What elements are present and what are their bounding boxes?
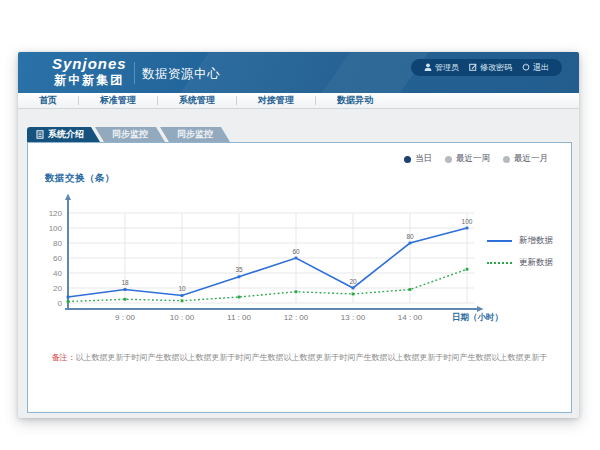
svg-text:60: 60 [292,248,300,255]
legend-item-1: 更新数据 [487,257,553,269]
svg-text:100: 100 [49,224,63,233]
main-nav: 首页标准管理系统管理对接管理数据异动 [18,93,579,109]
nav-item-2[interactable]: 系统管理 [158,93,236,108]
nav-item-4[interactable]: 数据异动 [316,93,394,108]
user-menu-item[interactable]: 管理员 [419,62,464,73]
footnote-text: 以上数据更新于时间产生数据以上数据更新于时间产生数据以上数据更新于时间产生数据以… [76,353,548,362]
legend-label: 更新数据 [519,257,553,269]
edit-icon [469,63,477,73]
svg-text:13 : 00: 13 : 00 [341,313,366,322]
app-header: Synjones 新中新集团 数据资源中心 管理员修改密码退出 [18,52,579,93]
footnote-prefix: 备注： [52,353,76,362]
tab-bar: 系统介绍同步监控同步监控 [27,127,230,142]
brand-logo-en: Synjones [52,56,127,72]
svg-text:0: 0 [58,299,63,308]
svg-text:40: 40 [53,269,62,278]
tab-1[interactable]: 同步监控 [95,127,165,142]
svg-text:80: 80 [53,239,62,248]
brand-logo: Synjones 新中新集团 [52,56,127,88]
chart-legend: 新增数据更新数据 [487,235,553,279]
chart-panel: 当日最近一周最近一月 数据交换（条） 0204060801001209 : 00… [27,142,572,413]
change-password-menu-item[interactable]: 修改密码 [464,62,517,73]
svg-text:60: 60 [53,254,62,263]
svg-text:35: 35 [235,266,243,273]
nav-item-0[interactable]: 首页 [18,93,78,108]
footnote: 备注：以上数据更新于时间产生数据以上数据更新于时间产生数据以上数据更新于时间产生… [28,352,571,363]
app-title: 数据资源中心 [142,66,220,83]
svg-text:80: 80 [406,233,414,240]
tab-2[interactable]: 同步监控 [160,127,230,142]
nav-item-1[interactable]: 标准管理 [79,93,157,108]
tab-label: 系统介绍 [48,128,84,141]
svg-text:9 : 00: 9 : 00 [115,313,136,322]
legend-line-sample [487,262,512,264]
logout-menu-item[interactable]: 退出 [517,62,554,73]
change-password-label: 修改密码 [480,62,512,73]
svg-text:日期（小时）: 日期（小时） [452,312,503,322]
svg-text:20: 20 [53,284,62,293]
svg-text:100: 100 [462,218,473,225]
legend-line-sample [487,240,512,242]
nav-item-3[interactable]: 对接管理 [237,93,315,108]
tab-label: 同步监控 [112,128,148,141]
svg-text:10 : 00: 10 : 00 [170,313,195,322]
brand-logo-cn: 新中新集团 [52,72,127,88]
user-bar: 管理员修改密码退出 [411,59,562,76]
user-icon [424,63,432,73]
tab-label: 同步监控 [177,128,213,141]
svg-text:120: 120 [49,209,63,218]
logout-label: 退出 [533,62,549,73]
brand-separator [134,62,135,84]
logout-icon [522,63,530,73]
tab-0[interactable]: 系统介绍 [27,127,100,142]
svg-text:20: 20 [349,278,357,285]
svg-text:12 : 00: 12 : 00 [284,313,309,322]
legend-item-0: 新增数据 [487,235,553,247]
app-window: Synjones 新中新集团 数据资源中心 管理员修改密码退出 首页标准管理系统… [18,52,579,418]
document-icon [36,130,44,139]
legend-label: 新增数据 [519,235,553,247]
user-label: 管理员 [435,62,459,73]
svg-text:18: 18 [121,279,129,286]
svg-text:11 : 00: 11 : 00 [227,313,251,322]
svg-text:14 : 00: 14 : 00 [398,313,423,322]
svg-text:10: 10 [178,285,186,292]
